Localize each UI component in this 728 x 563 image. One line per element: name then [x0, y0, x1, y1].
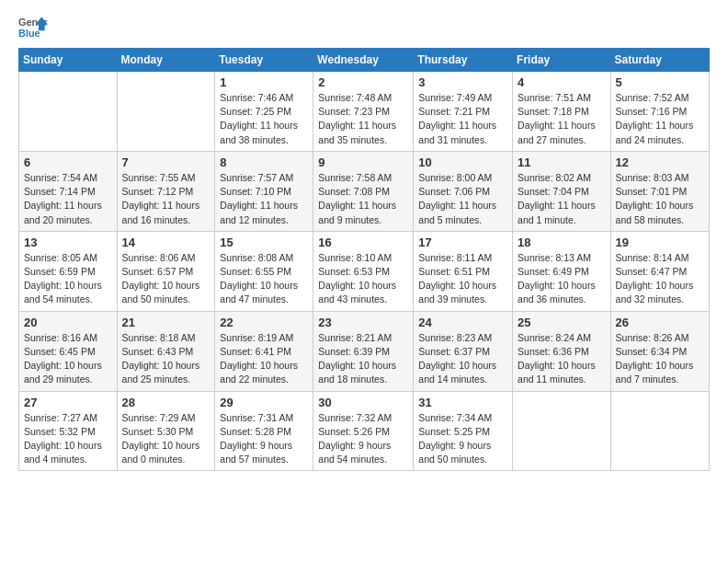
day-info: Sunrise: 8:19 AMSunset: 6:41 PMDaylight:… [220, 331, 308, 387]
day-number: 1 [220, 75, 308, 89]
day-number: 20 [24, 316, 112, 329]
day-info: Sunrise: 8:08 AMSunset: 6:55 PMDaylight:… [220, 251, 308, 307]
day-info: Sunrise: 7:34 AMSunset: 5:25 PMDaylight:… [418, 411, 507, 467]
day-info: Sunrise: 7:46 AMSunset: 7:25 PMDaylight:… [220, 91, 308, 147]
day-info: Sunrise: 8:24 AMSunset: 6:36 PMDaylight:… [518, 331, 606, 387]
day-info: Sunrise: 8:16 AMSunset: 6:45 PMDaylight:… [24, 331, 112, 387]
day-cell: 30Sunrise: 7:32 AMSunset: 5:26 PMDayligh… [313, 391, 414, 471]
day-cell: 3Sunrise: 7:49 AMSunset: 7:21 PMDaylight… [414, 72, 513, 152]
day-cell: 4Sunrise: 7:51 AMSunset: 7:18 PMDaylight… [513, 72, 611, 152]
day-info: Sunrise: 8:18 AMSunset: 6:43 PMDaylight:… [122, 331, 210, 387]
header: General Blue [18, 15, 710, 40]
day-cell: 20Sunrise: 8:16 AMSunset: 6:45 PMDayligh… [19, 311, 118, 391]
day-number: 4 [518, 75, 606, 89]
day-number: 31 [418, 396, 507, 409]
day-number: 27 [24, 396, 112, 409]
day-info: Sunrise: 7:58 AMSunset: 7:08 PMDaylight:… [318, 171, 408, 227]
day-info: Sunrise: 8:13 AMSunset: 6:49 PMDaylight:… [518, 251, 606, 307]
day-cell: 15Sunrise: 8:08 AMSunset: 6:55 PMDayligh… [215, 231, 313, 311]
day-cell: 12Sunrise: 8:03 AMSunset: 7:01 PMDayligh… [610, 151, 709, 231]
day-number: 9 [318, 155, 408, 169]
day-info: Sunrise: 8:00 AMSunset: 7:06 PMDaylight:… [418, 171, 507, 227]
day-cell: 13Sunrise: 8:05 AMSunset: 6:59 PMDayligh… [19, 231, 118, 311]
day-info: Sunrise: 7:55 AMSunset: 7:12 PMDaylight:… [122, 171, 210, 227]
day-info: Sunrise: 8:23 AMSunset: 6:37 PMDaylight:… [418, 331, 507, 387]
day-info: Sunrise: 7:31 AMSunset: 5:28 PMDaylight:… [220, 411, 308, 467]
day-cell: 11Sunrise: 8:02 AMSunset: 7:04 PMDayligh… [513, 151, 611, 231]
day-number: 26 [616, 316, 704, 329]
day-cell: 24Sunrise: 8:23 AMSunset: 6:37 PMDayligh… [414, 311, 513, 391]
svg-text:Blue: Blue [18, 28, 40, 39]
day-number: 7 [122, 155, 210, 169]
day-number: 21 [122, 316, 210, 329]
day-number: 11 [518, 155, 606, 169]
day-cell: 18Sunrise: 8:13 AMSunset: 6:49 PMDayligh… [513, 231, 611, 311]
day-cell: 26Sunrise: 8:26 AMSunset: 6:34 PMDayligh… [610, 311, 709, 391]
day-cell: 2Sunrise: 7:48 AMSunset: 7:23 PMDaylight… [313, 72, 414, 152]
day-cell: 23Sunrise: 8:21 AMSunset: 6:39 PMDayligh… [313, 311, 414, 391]
day-cell [19, 72, 118, 152]
day-number: 14 [122, 236, 210, 249]
weekday-header-saturday: Saturday [610, 49, 709, 72]
day-info: Sunrise: 8:21 AMSunset: 6:39 PMDaylight:… [318, 331, 408, 387]
week-row-2: 6Sunrise: 7:54 AMSunset: 7:14 PMDaylight… [19, 151, 710, 231]
day-cell: 8Sunrise: 7:57 AMSunset: 7:10 PMDaylight… [215, 151, 313, 231]
day-cell: 14Sunrise: 8:06 AMSunset: 6:57 PMDayligh… [117, 231, 215, 311]
day-number: 13 [24, 236, 112, 249]
logo-icon: General Blue [18, 15, 48, 40]
weekday-header-thursday: Thursday [414, 49, 513, 72]
day-info: Sunrise: 7:29 AMSunset: 5:30 PMDaylight:… [122, 411, 210, 467]
day-info: Sunrise: 7:51 AMSunset: 7:18 PMDaylight:… [518, 91, 606, 147]
day-number: 18 [518, 236, 606, 249]
day-info: Sunrise: 8:03 AMSunset: 7:01 PMDaylight:… [616, 171, 704, 227]
day-number: 6 [24, 155, 112, 169]
weekday-header-tuesday: Tuesday [215, 49, 313, 72]
weekday-header-sunday: Sunday [19, 49, 118, 72]
logo: General Blue [18, 15, 48, 40]
day-info: Sunrise: 8:14 AMSunset: 6:47 PMDaylight:… [616, 251, 704, 307]
day-number: 15 [220, 236, 308, 249]
day-info: Sunrise: 8:05 AMSunset: 6:59 PMDaylight:… [24, 251, 112, 307]
day-number: 3 [418, 75, 507, 89]
day-info: Sunrise: 7:27 AMSunset: 5:32 PMDaylight:… [24, 411, 112, 467]
day-info: Sunrise: 7:52 AMSunset: 7:16 PMDaylight:… [616, 91, 704, 147]
week-row-4: 20Sunrise: 8:16 AMSunset: 6:45 PMDayligh… [19, 311, 710, 391]
page: General Blue SundayMondayTuesdayWednesda… [0, 0, 728, 486]
day-number: 30 [318, 396, 408, 409]
day-info: Sunrise: 8:10 AMSunset: 6:53 PMDaylight:… [318, 251, 408, 307]
day-number: 24 [418, 316, 507, 329]
day-number: 16 [318, 236, 408, 249]
day-cell: 1Sunrise: 7:46 AMSunset: 7:25 PMDaylight… [215, 72, 313, 152]
weekday-header-monday: Monday [117, 49, 215, 72]
day-number: 2 [318, 75, 408, 89]
day-cell: 9Sunrise: 7:58 AMSunset: 7:08 PMDaylight… [313, 151, 414, 231]
calendar-table: SundayMondayTuesdayWednesdayThursdayFrid… [18, 48, 710, 471]
day-number: 29 [220, 396, 308, 409]
day-cell: 16Sunrise: 8:10 AMSunset: 6:53 PMDayligh… [313, 231, 414, 311]
day-number: 10 [418, 155, 507, 169]
day-cell: 7Sunrise: 7:55 AMSunset: 7:12 PMDaylight… [117, 151, 215, 231]
day-cell: 21Sunrise: 8:18 AMSunset: 6:43 PMDayligh… [117, 311, 215, 391]
weekday-header-wednesday: Wednesday [313, 49, 414, 72]
day-info: Sunrise: 8:11 AMSunset: 6:51 PMDaylight:… [418, 251, 507, 307]
day-cell [610, 391, 709, 471]
day-number: 8 [220, 155, 308, 169]
day-cell: 19Sunrise: 8:14 AMSunset: 6:47 PMDayligh… [610, 231, 709, 311]
day-number: 28 [122, 396, 210, 409]
day-info: Sunrise: 8:06 AMSunset: 6:57 PMDaylight:… [122, 251, 210, 307]
week-row-5: 27Sunrise: 7:27 AMSunset: 5:32 PMDayligh… [19, 391, 710, 471]
day-info: Sunrise: 7:57 AMSunset: 7:10 PMDaylight:… [220, 171, 308, 227]
day-info: Sunrise: 7:32 AMSunset: 5:26 PMDaylight:… [318, 411, 408, 467]
day-cell: 22Sunrise: 8:19 AMSunset: 6:41 PMDayligh… [215, 311, 313, 391]
day-info: Sunrise: 7:49 AMSunset: 7:21 PMDaylight:… [418, 91, 507, 147]
day-number: 25 [518, 316, 606, 329]
week-row-1: 1Sunrise: 7:46 AMSunset: 7:25 PMDaylight… [19, 72, 710, 152]
day-number: 12 [616, 155, 704, 169]
weekday-header-row: SundayMondayTuesdayWednesdayThursdayFrid… [19, 49, 710, 72]
day-info: Sunrise: 7:54 AMSunset: 7:14 PMDaylight:… [24, 171, 112, 227]
day-cell: 6Sunrise: 7:54 AMSunset: 7:14 PMDaylight… [19, 151, 118, 231]
day-cell [513, 391, 611, 471]
day-cell: 17Sunrise: 8:11 AMSunset: 6:51 PMDayligh… [414, 231, 513, 311]
weekday-header-friday: Friday [513, 49, 611, 72]
day-cell: 29Sunrise: 7:31 AMSunset: 5:28 PMDayligh… [215, 391, 313, 471]
